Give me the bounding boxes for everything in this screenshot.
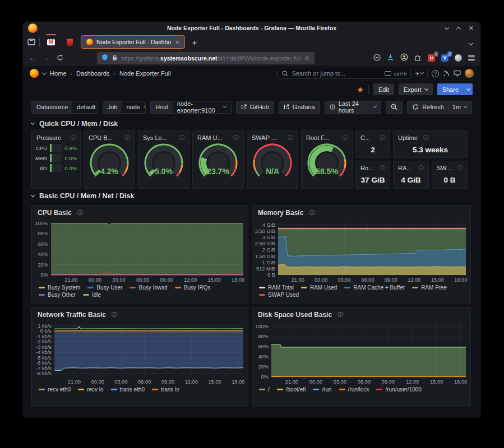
info-icon[interactable]: ⓘ [342, 134, 348, 142]
window-minimize-icon[interactable] [445, 25, 449, 29]
legend-item[interactable]: /run/lock [339, 386, 369, 393]
breadcrumb-home[interactable]: Home [50, 70, 66, 77]
firefox-view-icon[interactable] [27, 39, 35, 45]
variable-datasource[interactable]: Datasource default [31, 101, 98, 114]
display-icon[interactable] [454, 70, 461, 77]
legend-item[interactable]: RAM Used [301, 284, 337, 291]
legend-item[interactable]: Busy Iowait [130, 284, 167, 291]
share-dropdown-chevron-icon[interactable] [464, 83, 473, 95]
address-bar[interactable]: https://grafana.systemsobscure.net/d/rYd… [97, 52, 315, 64]
legend-item[interactable]: Busy System [39, 284, 80, 291]
pinned-tab-2[interactable] [62, 35, 77, 49]
legend-item[interactable]: /run/user/1000 [376, 386, 422, 393]
panel-rootfs-total[interactable]: Ro...ⓘ 37 GiB [355, 161, 390, 189]
reload-icon[interactable] [57, 54, 63, 62]
github-link-button[interactable]: GitHub [236, 101, 274, 114]
panel-pressure[interactable]: Pressureⓘ CPU 0.9% Mem 0.0% I/O 0.0% [31, 130, 81, 189]
tracking-shield-icon[interactable] [101, 53, 108, 63]
window-close-icon[interactable]: ✕ [469, 25, 474, 31]
info-icon[interactable]: ⓘ [423, 134, 429, 142]
window-titlebar[interactable]: Node Exporter Full - Dashboards - Grafan… [23, 22, 480, 34]
legend-item[interactable]: trans lo [152, 386, 179, 393]
legend-item[interactable]: /run [313, 386, 331, 393]
panel-rootfs-used[interactable]: Root F...ⓘ 58.5% [301, 130, 353, 189]
active-tab[interactable]: Node Exporter Full - Dashbo × [81, 35, 185, 49]
cpu-basic-chart[interactable]: 0%20%40%60%80%100%21:0000:0003:0006:0009… [32, 218, 248, 284]
info-icon[interactable]: ⓘ [70, 134, 76, 142]
panel-swap-used[interactable]: SWAP ...ⓘ N/A [247, 130, 298, 189]
info-icon[interactable]: ⓘ [418, 164, 424, 172]
legend-item[interactable]: recv eth0 [39, 386, 71, 393]
info-icon[interactable]: ⓘ [233, 134, 239, 142]
lock-icon[interactable] [112, 53, 118, 63]
url-text[interactable]: https://grafana.systemsobscure.net/d/rYd… [121, 55, 300, 62]
breadcrumb-dashboards[interactable]: Dashboards [76, 70, 109, 77]
info-icon[interactable]: ⓘ [179, 134, 184, 142]
bookmark-star-icon[interactable]: ☆ [304, 55, 310, 62]
back-button[interactable]: ← [29, 54, 36, 62]
legend-item[interactable]: RAM Total [259, 284, 294, 291]
panel-disk-space-basic[interactable]: Disk Space Used Basicⓘ 0%20%40%60%80%100… [252, 307, 471, 407]
forward-button[interactable]: → [43, 54, 50, 62]
panel-cpu-cores[interactable]: C...ⓘ 2 [355, 130, 390, 158]
legend-item[interactable]: Idle [83, 292, 101, 298]
info-icon[interactable]: ⓘ [309, 209, 315, 217]
legend-item[interactable]: /boot/efi [277, 386, 306, 393]
add-new-button[interactable]: + [415, 69, 423, 78]
grafana-link-button[interactable]: Grafana [279, 101, 320, 114]
time-range-picker[interactable]: Last 24 hours [325, 101, 382, 114]
favorite-star-icon[interactable]: ★ [357, 86, 364, 94]
extensions-puzzle-icon[interactable] [414, 53, 422, 63]
extension-ublock-icon[interactable]: u 1 [428, 54, 435, 62]
network-traffic-chart[interactable]: 1 kb/s0 b/s-1 kb/s-2 kb/s-3 kb/s-4 kb/s-… [32, 320, 248, 386]
panel-sys-load[interactable]: Sys Lo...ⓘ 5.0% [138, 130, 189, 189]
panel-memory-basic[interactable]: Memory Basicⓘ 0 B512 MiB1 GiB1.50 GiB2 G… [252, 205, 471, 304]
panel-ram-used[interactable]: RAM U...ⓘ 23.7% [192, 130, 244, 189]
section-basic[interactable]: Basic CPU / Mem / Net / Disk [23, 189, 480, 203]
panel-cpu-busy[interactable]: CPU B...ⓘ 4.2% [84, 130, 135, 189]
info-icon[interactable]: ⓘ [337, 311, 343, 319]
extension-icon[interactable] [455, 54, 462, 62]
panel-network-traffic-basic[interactable]: Network Traffic Basicⓘ 1 kb/s0 b/s-1 kb/… [31, 307, 248, 407]
legend-item[interactable]: recv lo [78, 386, 103, 393]
legend-item[interactable]: Busy IRQs [175, 284, 211, 291]
info-icon[interactable]: ⓘ [457, 164, 463, 172]
edit-button[interactable]: Edit [373, 83, 394, 95]
panel-ram-total[interactable]: RA...ⓘ 4 GiB [393, 161, 429, 189]
export-button[interactable]: Export [399, 83, 433, 95]
help-icon[interactable]: ? [432, 70, 439, 77]
section-quick[interactable]: Quick CPU / Mem / Disk [23, 116, 480, 130]
info-icon[interactable]: ⓘ [288, 134, 293, 142]
legend-item[interactable]: trans eth0 [111, 386, 145, 393]
pocket-icon[interactable] [373, 53, 381, 63]
info-icon[interactable]: ⓘ [380, 164, 385, 172]
memory-basic-chart[interactable]: 0 B512 MiB1 GiB1.50 GiB2 GiB2.50 GiB3 Gi… [252, 218, 470, 284]
extension-v-icon[interactable]: V 2 [441, 54, 448, 62]
menu-hamburger-icon[interactable] [468, 54, 475, 62]
org-switcher-chevron-icon[interactable] [42, 70, 47, 74]
news-rss-icon[interactable] [443, 70, 450, 77]
legend-item[interactable]: RAM Cache + Buffer [344, 284, 405, 291]
panel-swap-total[interactable]: SW...ⓘ 0 B [432, 161, 468, 189]
info-icon[interactable]: ⓘ [380, 134, 385, 142]
info-icon[interactable]: ⓘ [112, 311, 117, 319]
refresh-button[interactable]: Refresh | 1m [407, 101, 472, 114]
tab-close-icon[interactable]: × [174, 39, 179, 45]
window-maximize-icon[interactable] [456, 26, 461, 31]
download-icon[interactable] [387, 53, 394, 63]
panel-cpu-basic[interactable]: CPU Basicⓘ 0%20%40%60%80%100%21:0000:000… [31, 205, 248, 304]
disk-space-chart[interactable]: 0%20%40%60%80%100%21:0000:0003:0006:0009… [252, 320, 470, 386]
share-button[interactable]: Share [437, 83, 473, 95]
account-icon[interactable] [400, 53, 408, 63]
grafana-logo-icon[interactable] [30, 69, 39, 78]
variable-host[interactable]: Host node-exporter:9100 [150, 101, 231, 114]
legend-item[interactable]: / [259, 386, 270, 393]
list-all-tabs-icon[interactable] [469, 37, 476, 47]
pinned-tab-gmail[interactable]: M [44, 35, 58, 49]
legend-item[interactable]: RAM Free [412, 284, 447, 291]
panel-uptime[interactable]: Uptimeⓘ 5.3 weeks [393, 130, 468, 158]
search-input[interactable]: Search or jump to... ctrl+k [278, 68, 411, 79]
info-icon[interactable]: ⓘ [77, 209, 83, 217]
variable-job[interactable]: Job node [103, 101, 146, 114]
new-tab-button[interactable]: + [189, 38, 201, 47]
